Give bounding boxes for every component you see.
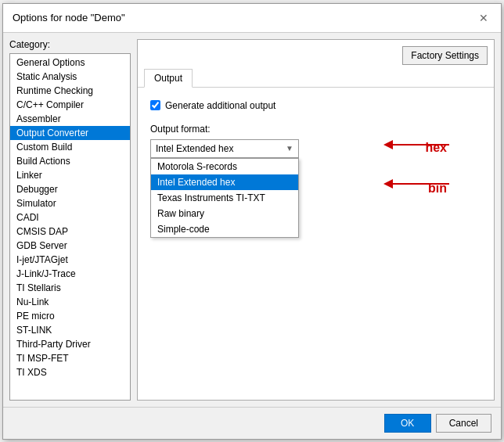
category-item-jlink-jtrace[interactable]: J-Link/J-Trace — [10, 267, 130, 281]
category-item-nu-link[interactable]: Nu-Link — [10, 295, 130, 309]
format-dropdown-wrapper: Intel Extended hex ▼ Motorola S-recordsI… — [150, 139, 299, 158]
left-panel: Category: General OptionsStatic Analysis… — [9, 39, 131, 401]
category-item-output-converter[interactable]: Output Converter — [10, 126, 130, 140]
close-button[interactable]: ✕ — [476, 10, 491, 26]
options-dialog: Options for node "Demo" ✕ Category: Gene… — [2, 3, 502, 440]
tab-output[interactable]: Output — [144, 69, 193, 88]
category-item-ti-xds[interactable]: TI XDS — [10, 365, 130, 379]
right-panel: Factory Settings Output Generate additio… — [137, 39, 495, 401]
dropdown-item-raw-binary[interactable]: Raw binary — [151, 206, 298, 221]
category-item-pe-micro[interactable]: PE micro — [10, 309, 130, 323]
category-item-ti-stellaris[interactable]: TI Stellaris — [10, 281, 130, 295]
factory-settings-button[interactable]: Factory Settings — [402, 46, 488, 65]
format-dropdown[interactable]: Intel Extended hex ▼ — [150, 139, 299, 158]
dropdown-item-motorola[interactable]: Motorola S-records — [151, 159, 298, 174]
category-item-linker[interactable]: Linker — [10, 168, 130, 182]
hex-arrow — [380, 133, 451, 156]
dialog-body: Category: General OptionsStatic Analysis… — [3, 33, 501, 407]
category-item-assembler[interactable]: Assembler — [10, 112, 130, 126]
ok-button[interactable]: OK — [384, 414, 431, 433]
category-item-custom-build[interactable]: Custom Build — [10, 140, 130, 154]
category-item-i-jet-jtagjet[interactable]: I-jet/JTAGjet — [10, 253, 130, 267]
dropdown-list: Motorola S-recordsIntel Extended hexTexa… — [150, 158, 299, 238]
category-item-runtime-checking[interactable]: Runtime Checking — [10, 84, 130, 98]
category-item-build-actions[interactable]: Build Actions — [10, 154, 130, 168]
dropdown-arrow-icon: ▼ — [286, 144, 293, 153]
dropdown-item-simple-code[interactable]: Simple-code — [151, 221, 298, 237]
category-list: General OptionsStatic AnalysisRuntime Ch… — [9, 53, 131, 401]
cancel-button[interactable]: Cancel — [436, 414, 491, 433]
category-item-gdb-server[interactable]: GDB Server — [10, 239, 130, 253]
generate-checkbox[interactable] — [150, 100, 160, 110]
category-item-debugger[interactable]: Debugger — [10, 182, 130, 196]
category-label: Category: — [9, 39, 131, 50]
dropdown-item-ti-txt[interactable]: Texas Instruments TI-TXT — [151, 190, 298, 206]
title-bar: Options for node "Demo" ✕ — [3, 4, 501, 33]
dialog-footer: OK Cancel — [3, 407, 501, 439]
category-item-third-party-driver[interactable]: Third-Party Driver — [10, 337, 130, 351]
generate-checkbox-row: Generate additional output — [150, 100, 481, 111]
bin-arrow — [380, 172, 451, 196]
category-item-simulator[interactable]: Simulator — [10, 196, 130, 210]
dropdown-item-intel-hex[interactable]: Intel Extended hex — [151, 174, 298, 190]
tab-bar: Output — [138, 68, 494, 88]
generate-label: Generate additional output — [165, 100, 275, 111]
dialog-title: Options for node "Demo" — [13, 12, 125, 23]
category-item-cmsis-dap[interactable]: CMSIS DAP — [10, 225, 130, 239]
category-item-st-link[interactable]: ST-LINK — [10, 323, 130, 337]
category-item-static-analysis[interactable]: Static Analysis — [10, 70, 130, 84]
tab-content-output: Generate additional output Output format… — [138, 88, 494, 400]
category-item-ti-msp-fet[interactable]: TI MSP-FET — [10, 351, 130, 365]
dropdown-value: Intel Extended hex — [156, 143, 233, 154]
category-item-cadi[interactable]: CADI — [10, 210, 130, 225]
category-item-cpp-compiler[interactable]: C/C++ Compiler — [10, 98, 130, 112]
category-item-general-options[interactable]: General Options — [10, 56, 130, 70]
